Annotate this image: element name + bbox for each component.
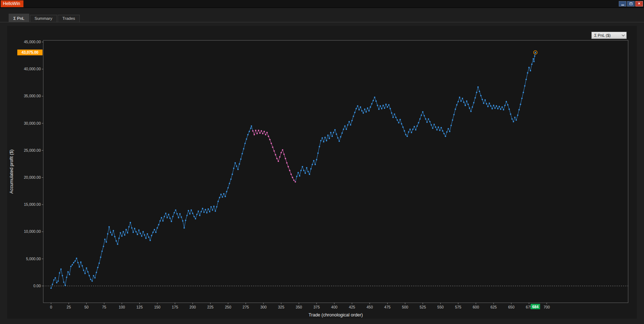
svg-text:450: 450 [366,305,373,309]
svg-text:300: 300 [260,305,267,309]
svg-text:325: 325 [278,305,284,309]
svg-text:75: 75 [102,305,106,309]
svg-text:15,000.00: 15,000.00 [24,202,41,207]
svg-text:200: 200 [190,305,196,309]
series-select[interactable]: Σ PnL ($) [591,32,627,39]
svg-text:225: 225 [207,305,214,309]
svg-text:43,075.00: 43,075.00 [22,50,39,54]
minimize-icon [621,5,624,5]
svg-text:275: 275 [243,305,249,309]
svg-text:5,000.00: 5,000.00 [26,257,41,261]
svg-text:550: 550 [437,305,444,309]
svg-text:30,000.00: 30,000.00 [24,121,41,125]
svg-text:10,000.00: 10,000.00 [24,229,41,234]
tab-summary[interactable]: Summary [30,15,57,22]
svg-text:650: 650 [508,305,515,309]
minimize-button[interactable] [619,1,626,6]
restore-button[interactable] [627,1,635,6]
svg-text:425: 425 [349,305,355,309]
window-title: HelloWin [1,0,23,7]
svg-text:684: 684 [532,305,539,309]
svg-text:625: 625 [490,305,497,309]
svg-text:Accumulated profit ($): Accumulated profit ($) [9,150,14,194]
window-controls: ✕ [619,1,643,6]
svg-text:40,000.00: 40,000.00 [24,67,41,71]
svg-text:125: 125 [136,305,143,309]
close-icon: ✕ [638,2,641,5]
titlebar: HelloWin ✕ [0,0,644,8]
svg-text:400: 400 [331,305,338,309]
tab-trades[interactable]: Trades [58,15,80,22]
svg-text:375: 375 [313,305,320,309]
svg-text:500: 500 [402,305,409,309]
pnl-tab-page: Σ PnL ($) 0.005,000.0010,000.0015,000.00… [0,22,644,324]
svg-text:525: 525 [420,305,426,309]
svg-text:175: 175 [172,305,178,309]
svg-text:25,000.00: 25,000.00 [24,148,41,152]
tab-pnl[interactable]: Σ PnL [9,14,29,22]
svg-text:0: 0 [50,305,52,309]
svg-text:250: 250 [225,305,231,309]
svg-text:350: 350 [296,305,302,309]
svg-text:475: 475 [384,305,391,309]
svg-text:50: 50 [84,305,89,309]
svg-text:150: 150 [154,305,160,309]
series-select-value: Σ PnL ($) [594,33,611,37]
close-button[interactable]: ✕ [635,1,643,6]
pnl-chart[interactable]: 0.005,000.0010,000.0015,000.0020,000.002… [7,26,637,319]
app-window: HelloWin ✕ Σ PnL Summary Trades Σ PnL ($… [0,0,644,324]
svg-text:600: 600 [473,305,479,309]
tab-strip: Σ PnL Summary Trades [0,8,644,22]
restore-icon [630,3,632,5]
svg-text:0.00: 0.00 [34,284,41,288]
chevron-down-icon [622,33,625,36]
svg-text:45,000.00: 45,000.00 [24,40,41,44]
svg-text:20,000.00: 20,000.00 [24,175,41,179]
svg-text:Trade (chronological order): Trade (chronological order) [309,312,363,318]
svg-text:35,000.00: 35,000.00 [24,94,41,98]
svg-text:575: 575 [455,305,462,309]
svg-text:25: 25 [67,305,71,309]
svg-text:100: 100 [119,305,125,309]
svg-text:700: 700 [543,305,550,309]
